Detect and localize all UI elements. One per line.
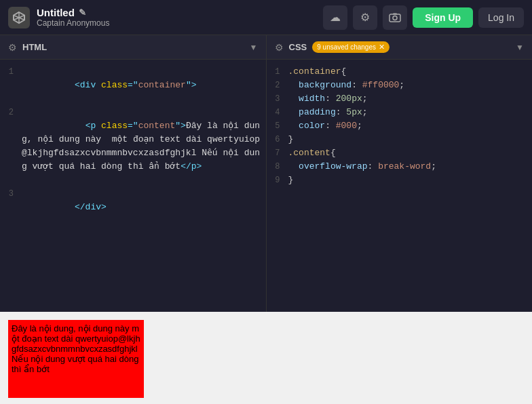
css-line-3: 3 width: 200px; (267, 92, 533, 106)
css-line-9: 9 } (267, 174, 533, 187)
topbar-right: ☁ ⚙ Sign Up Log In (323, 5, 524, 30)
topbar: Untitled ✎ Captain Anonymous ☁ ⚙ Sign Up… (0, 0, 532, 35)
badge-close-icon[interactable]: ✕ (379, 43, 385, 52)
preview-text: Đây là nội dung, nội dung này một đoạn t… (12, 323, 140, 374)
html-linenum-1: 1 (0, 65, 22, 106)
css-panel-header: ⚙ CSS 9 unsaved changes ✕ ▼ (267, 35, 533, 60)
css-line-7: 7 .content{ (267, 146, 533, 160)
html-panel: ⚙ HTML ▼ 1 <div class="container"> 2 <p … (0, 35, 267, 312)
html-line-2: 2 <p class="content">Đây là nội dung, nộ… (0, 106, 266, 187)
signup-button[interactable]: Sign Up (413, 7, 473, 28)
css-panel: ⚙ CSS 9 unsaved changes ✕ ▼ 1 .container… (267, 35, 533, 312)
css-panel-label: CSS (289, 42, 307, 52)
css-line-1: 1 .container{ (267, 65, 533, 79)
svg-point-5 (393, 16, 397, 20)
html-line-1: 1 <div class="container"> (0, 65, 266, 106)
html-code-editor[interactable]: 1 <div class="container"> 2 <p class="co… (0, 60, 266, 312)
logo-icon (8, 7, 30, 28)
css-line-2: 2 background: #ff0000; (267, 79, 533, 92)
html-linecontent-2: <p class="content">Đây là nội dung, nội … (22, 106, 266, 187)
html-panel-arrow[interactable]: ▼ (250, 43, 258, 52)
css-panel-arrow[interactable]: ▼ (516, 43, 524, 52)
html-linenum-3: 3 (0, 187, 22, 228)
topbar-left: Untitled ✎ Captain Anonymous (8, 7, 109, 28)
css-gear-icon[interactable]: ⚙ (275, 42, 284, 53)
app-title-text: Untitled (37, 7, 75, 18)
editor-area: ⚙ HTML ▼ 1 <div class="container"> 2 <p … (0, 35, 532, 312)
css-line-5: 5 color: #000; (267, 119, 533, 133)
html-linenum-2: 2 (0, 106, 22, 187)
screenshot-button[interactable] (383, 5, 407, 30)
html-line-3: 3 </div> (0, 187, 266, 228)
css-line-4: 4 padding: 5px; (267, 106, 533, 119)
title-block: Untitled ✎ Captain Anonymous (37, 7, 109, 28)
svg-rect-4 (390, 14, 400, 22)
app-title: Untitled ✎ (37, 7, 109, 18)
cloud-button[interactable]: ☁ (323, 5, 347, 30)
html-gear-icon[interactable]: ⚙ (8, 42, 17, 53)
preview-box: Đây là nội dung, nội dung này một đoạn t… (8, 320, 144, 398)
edit-icon[interactable]: ✎ (79, 7, 86, 18)
preview-area: Đây là nội dung, nội dung này một đoạn t… (0, 312, 532, 404)
login-button[interactable]: Log In (478, 7, 524, 28)
css-line-8: 8 overflow-wrap: break-word; (267, 160, 533, 174)
badge-text: 9 unsaved changes (317, 43, 376, 51)
html-panel-label: HTML (22, 42, 47, 52)
html-linecontent-3: </div> (22, 187, 266, 228)
css-code-editor[interactable]: 1 .container{ 2 background: #ff0000; 3 w… (267, 60, 533, 312)
settings-button[interactable]: ⚙ (353, 5, 377, 30)
html-panel-header: ⚙ HTML ▼ (0, 35, 266, 60)
html-linecontent-1: <div class="container"> (22, 65, 266, 106)
css-line-6: 6 } (267, 133, 533, 146)
svg-rect-6 (393, 13, 397, 14)
unsaved-changes-badge: 9 unsaved changes ✕ (312, 41, 390, 53)
subtitle: Captain Anonymous (37, 18, 109, 28)
